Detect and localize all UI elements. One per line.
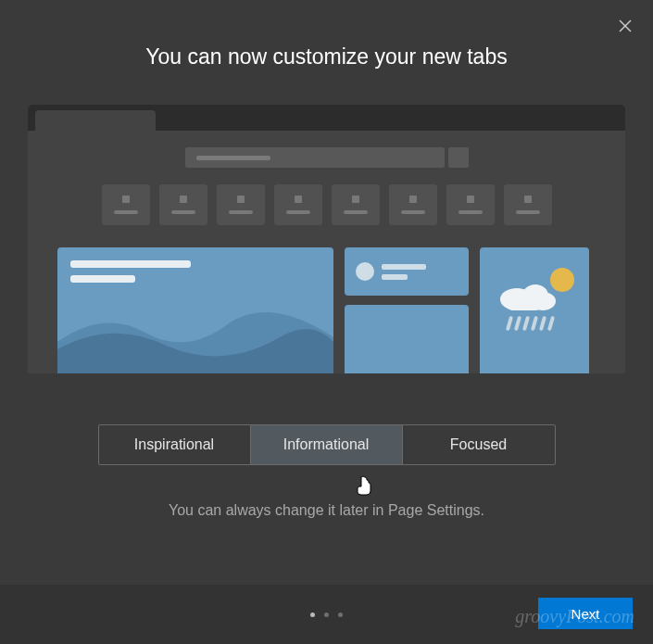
step-dot xyxy=(324,612,329,617)
dialog-title: You can now customize your new tabs xyxy=(0,44,653,69)
preview-tile xyxy=(332,184,380,225)
option-informational[interactable]: Informational xyxy=(251,425,403,464)
preview-weather-card xyxy=(480,247,589,373)
step-dot xyxy=(338,612,343,617)
next-button[interactable]: Next xyxy=(538,598,633,629)
cloud-icon xyxy=(496,277,559,310)
preview-news-card xyxy=(345,247,469,296)
close-icon xyxy=(619,19,632,32)
preview-hero-card xyxy=(57,247,333,373)
layout-preview xyxy=(28,105,625,373)
preview-tile xyxy=(217,184,265,225)
mountain-front-icon xyxy=(57,323,333,373)
close-button[interactable] xyxy=(616,17,634,35)
step-indicator xyxy=(310,612,343,617)
preview-tile xyxy=(274,184,322,225)
preview-tile xyxy=(389,184,437,225)
avatar-icon xyxy=(356,262,374,281)
preview-tile xyxy=(102,184,150,225)
preview-tiles-row xyxy=(52,184,601,225)
cursor-icon xyxy=(356,475,372,496)
preview-tab-bar xyxy=(28,105,625,131)
preview-search-row xyxy=(52,147,601,168)
option-inspirational[interactable]: Inspirational xyxy=(99,425,251,464)
preview-tile xyxy=(159,184,207,225)
option-focused[interactable]: Focused xyxy=(403,425,555,464)
preview-window xyxy=(28,131,625,373)
preview-search-bar xyxy=(185,147,445,168)
layout-options: Inspirational Informational Focused xyxy=(0,424,653,465)
rain-icon xyxy=(508,316,553,331)
preview-search-placeholder xyxy=(196,156,270,160)
preview-tile xyxy=(446,184,495,225)
step-dot xyxy=(310,612,315,617)
preview-tile xyxy=(504,184,552,225)
dialog-footer: Next xyxy=(0,585,653,644)
hint-text: You can always change it later in Page S… xyxy=(0,502,653,519)
preview-search-button xyxy=(448,147,469,168)
preview-right-column xyxy=(345,247,469,373)
preview-cards-row xyxy=(52,247,601,373)
preview-tab xyxy=(35,110,156,131)
preview-blank-card xyxy=(345,305,469,373)
